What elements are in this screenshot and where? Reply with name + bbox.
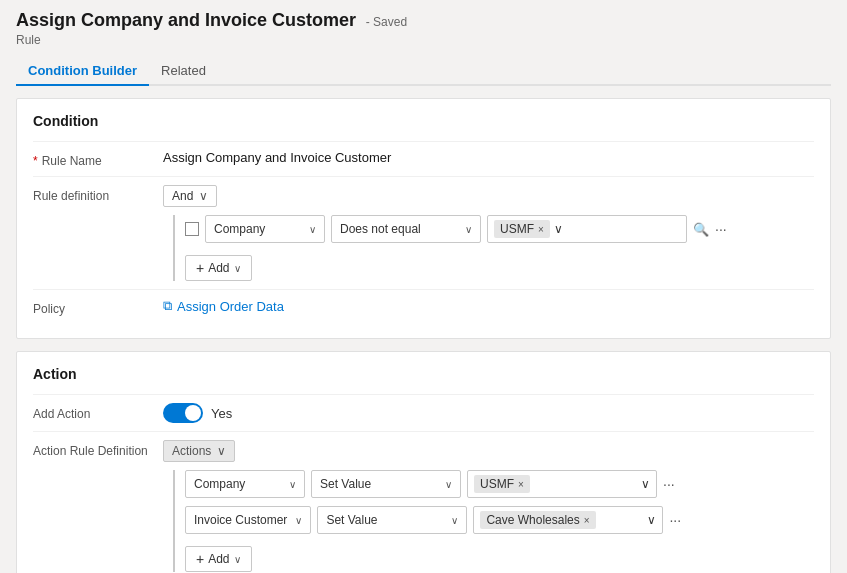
action-value-chevron-1: ∨ bbox=[647, 513, 656, 527]
action-field-dropdown-1[interactable]: Invoice Customer ∨ bbox=[185, 506, 311, 534]
add-chevron-icon: ∨ bbox=[234, 263, 241, 274]
action-operator-dropdown-0[interactable]: Set Value ∨ bbox=[311, 470, 461, 498]
action-rule-content: Actions ∨ Company ∨ Set Value ∨ bbox=[163, 440, 814, 572]
condition-section: Condition *Rule Name Assign Company and … bbox=[16, 98, 831, 339]
ellipsis-icon[interactable]: ··· bbox=[715, 221, 727, 237]
action-operator-chevron-0: ∨ bbox=[445, 479, 452, 490]
condition-section-title: Condition bbox=[33, 113, 814, 129]
condition-checkbox[interactable] bbox=[185, 222, 199, 236]
policy-value: ⧉ Assign Order Data bbox=[163, 298, 284, 314]
condition-row-0: Company ∨ Does not equal ∨ USMF × bbox=[185, 215, 814, 243]
action-section-title: Action bbox=[33, 366, 814, 382]
page-subtitle: Rule bbox=[16, 33, 831, 47]
toggle-yes-label: Yes bbox=[211, 406, 232, 421]
policy-link[interactable]: ⧉ Assign Order Data bbox=[163, 298, 284, 314]
action-section: Action Add Action Yes Action Rule Defini… bbox=[16, 351, 831, 573]
action-add-label: Add bbox=[208, 552, 229, 566]
action-operator-chevron-1: ∨ bbox=[451, 515, 458, 526]
action-tag-0: USMF × bbox=[474, 475, 530, 493]
policy-link-icon: ⧉ bbox=[163, 298, 172, 314]
action-field-chevron-0: ∨ bbox=[289, 479, 296, 490]
field-chevron-icon: ∨ bbox=[309, 224, 316, 235]
action-tree: Company ∨ Set Value ∨ USMF × bbox=[173, 470, 814, 572]
rule-name-row: *Rule Name Assign Company and Invoice Cu… bbox=[33, 141, 814, 176]
value-tag: USMF × bbox=[494, 220, 550, 238]
action-tag-1: Cave Wholesales × bbox=[480, 511, 595, 529]
add-action-label: Add Action bbox=[33, 403, 163, 421]
add-action-toggle[interactable] bbox=[163, 403, 203, 423]
toggle-knob bbox=[185, 405, 201, 421]
policy-label: Policy bbox=[33, 298, 163, 316]
action-tag-text-0: USMF bbox=[480, 477, 514, 491]
actions-dropdown[interactable]: Actions ∨ bbox=[163, 440, 235, 462]
action-tag-right-1: ∨ bbox=[647, 513, 656, 527]
condition-tree: Company ∨ Does not equal ∨ USMF × bbox=[173, 215, 814, 281]
action-tag-close-1[interactable]: × bbox=[584, 515, 590, 526]
action-rule-row: Action Rule Definition Actions ∨ Company… bbox=[33, 431, 814, 573]
toggle-container: Yes bbox=[163, 403, 232, 423]
action-field-chevron-1: ∨ bbox=[295, 515, 302, 526]
action-value-input-1[interactable]: Cave Wholesales × ∨ bbox=[473, 506, 663, 534]
and-chevron-icon: ∨ bbox=[199, 189, 208, 203]
field-dropdown-label: Company bbox=[214, 222, 265, 236]
policy-row: Policy ⧉ Assign Order Data bbox=[33, 289, 814, 324]
action-value-input-0[interactable]: USMF × ∨ bbox=[467, 470, 657, 498]
operator-dropdown[interactable]: Does not equal ∨ bbox=[331, 215, 481, 243]
action-tag-text-1: Cave Wholesales bbox=[486, 513, 579, 527]
and-label: And bbox=[172, 189, 193, 203]
actions-dropdown-label: Actions bbox=[172, 444, 211, 458]
action-field-label-0: Company bbox=[194, 477, 245, 491]
tab-bar: Condition Builder Related bbox=[16, 55, 831, 86]
field-dropdown[interactable]: Company ∨ bbox=[205, 215, 325, 243]
policy-link-text: Assign Order Data bbox=[177, 299, 284, 314]
rule-name-value: Assign Company and Invoice Customer bbox=[163, 150, 814, 165]
page-header: Assign Company and Invoice Customer - Sa… bbox=[16, 10, 831, 47]
action-ellipsis-0[interactable]: ··· bbox=[663, 476, 675, 492]
action-operator-label-1: Set Value bbox=[326, 513, 377, 527]
value-tag-input[interactable]: USMF × ∨ bbox=[487, 215, 687, 243]
tag-close-icon[interactable]: × bbox=[538, 224, 544, 235]
action-tag-close-0[interactable]: × bbox=[518, 479, 524, 490]
required-star: * bbox=[33, 154, 38, 168]
action-operator-dropdown-1[interactable]: Set Value ∨ bbox=[317, 506, 467, 534]
operator-dropdown-label: Does not equal bbox=[340, 222, 421, 236]
actions-chevron-icon: ∨ bbox=[217, 444, 226, 458]
add-button-label: Add bbox=[208, 261, 229, 275]
action-operator-label-0: Set Value bbox=[320, 477, 371, 491]
and-dropdown[interactable]: And ∨ bbox=[163, 185, 217, 207]
plus-icon: + bbox=[196, 260, 204, 276]
operator-chevron-icon: ∨ bbox=[465, 224, 472, 235]
tab-condition-builder[interactable]: Condition Builder bbox=[16, 55, 149, 86]
action-field-dropdown-0[interactable]: Company ∨ bbox=[185, 470, 305, 498]
search-icon[interactable]: 🔍 bbox=[693, 222, 709, 237]
action-field-label-1: Invoice Customer bbox=[194, 513, 287, 527]
action-row-0: Company ∨ Set Value ∨ USMF × bbox=[185, 470, 814, 498]
rule-definition-row: Rule definition And ∨ Company ∨ Does not bbox=[33, 176, 814, 289]
page-title: Assign Company and Invoice Customer bbox=[16, 10, 356, 30]
action-value-chevron-0: ∨ bbox=[641, 477, 650, 491]
rule-definition-content: And ∨ Company ∨ Does not equal ∨ bbox=[163, 185, 814, 281]
value-chevron-icon: ∨ bbox=[554, 222, 563, 236]
action-add-button[interactable]: + Add ∨ bbox=[185, 546, 252, 572]
tab-related[interactable]: Related bbox=[149, 55, 218, 86]
action-plus-icon: + bbox=[196, 551, 204, 567]
action-rule-label: Action Rule Definition bbox=[33, 440, 163, 458]
value-tag-text: USMF bbox=[500, 222, 534, 236]
action-row-1: Invoice Customer ∨ Set Value ∨ Cave Whol… bbox=[185, 506, 814, 534]
tag-input-end: ∨ bbox=[554, 222, 563, 236]
action-ellipsis-1[interactable]: ··· bbox=[669, 512, 681, 528]
condition-add-button[interactable]: + Add ∨ bbox=[185, 255, 252, 281]
action-tag-right-0: ∨ bbox=[641, 477, 650, 491]
rule-definition-label: Rule definition bbox=[33, 185, 163, 203]
action-add-chevron-icon: ∨ bbox=[234, 554, 241, 565]
add-action-row: Add Action Yes bbox=[33, 394, 814, 431]
saved-badge: - Saved bbox=[366, 15, 407, 29]
rule-name-label: *Rule Name bbox=[33, 150, 163, 168]
